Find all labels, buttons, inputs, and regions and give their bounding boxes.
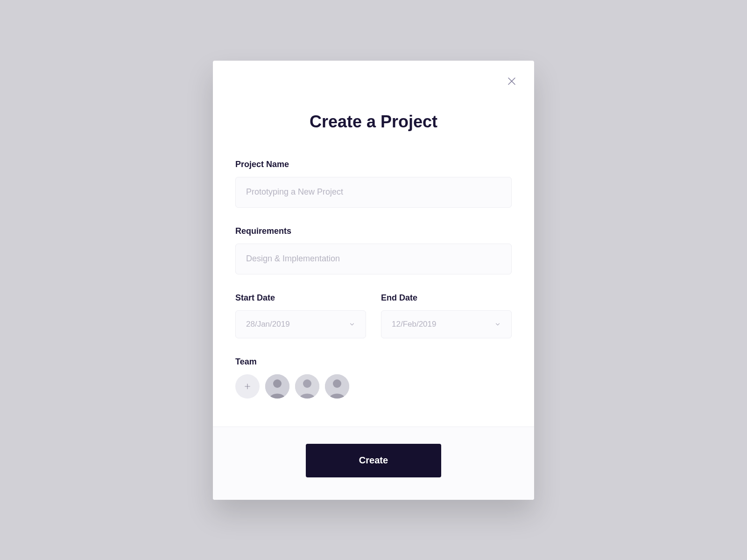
plus-icon (243, 382, 252, 391)
add-team-member-button[interactable] (235, 374, 260, 399)
date-row: Start Date 28/Jan/2019 End Date 12/Feb/2… (235, 293, 512, 338)
end-date-select[interactable]: 12/Feb/2019 (381, 310, 512, 338)
avatar-icon (295, 374, 319, 399)
svg-point-9 (333, 379, 341, 388)
end-date-label: End Date (381, 293, 512, 303)
team-label: Team (235, 357, 512, 367)
project-name-label: Project Name (235, 160, 512, 169)
start-date-field: Start Date 28/Jan/2019 (235, 293, 366, 338)
team-row (235, 374, 512, 399)
team-member-avatar[interactable] (325, 374, 349, 399)
start-date-select[interactable]: 28/Jan/2019 (235, 310, 366, 338)
chevron-down-icon (349, 321, 355, 328)
team-member-avatar[interactable] (295, 374, 319, 399)
close-button[interactable] (506, 76, 517, 87)
project-name-input[interactable] (235, 177, 512, 208)
requirements-input[interactable] (235, 244, 512, 274)
team-member-avatar[interactable] (265, 374, 289, 399)
requirements-field: Requirements (235, 226, 512, 274)
modal-title: Create a Project (235, 112, 512, 132)
start-date-value: 28/Jan/2019 (246, 320, 290, 329)
svg-point-5 (273, 379, 282, 388)
start-date-label: Start Date (235, 293, 366, 303)
close-icon (506, 76, 517, 87)
modal-body: Create a Project Project Name Requiremen… (213, 61, 534, 427)
avatar-icon (265, 374, 289, 399)
end-date-field: End Date 12/Feb/2019 (381, 293, 512, 338)
create-button[interactable]: Create (306, 444, 441, 477)
project-name-field: Project Name (235, 160, 512, 208)
end-date-value: 12/Feb/2019 (392, 320, 436, 329)
team-field: Team (235, 357, 512, 399)
svg-point-7 (303, 379, 311, 388)
avatar-icon (325, 374, 349, 399)
requirements-label: Requirements (235, 226, 512, 236)
modal-footer: Create (213, 427, 534, 500)
chevron-down-icon (494, 321, 501, 328)
create-project-modal: Create a Project Project Name Requiremen… (213, 61, 534, 500)
